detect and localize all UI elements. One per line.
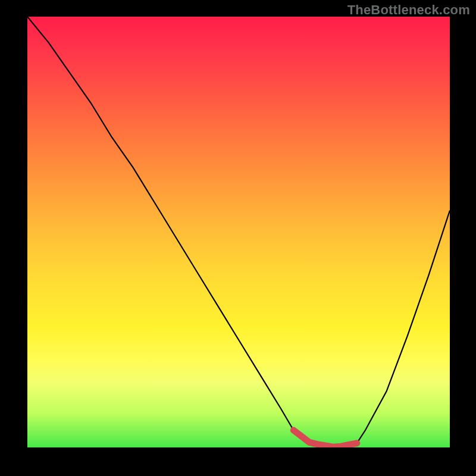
chart-frame: TheBottleneck.com [0,0,476,476]
optimal-range-marker [293,430,357,447]
watermark-text: TheBottleneck.com [347,2,470,18]
bottleneck-curve-svg [27,17,450,447]
bottleneck-curve-path [27,17,450,447]
plot-area [27,17,450,447]
